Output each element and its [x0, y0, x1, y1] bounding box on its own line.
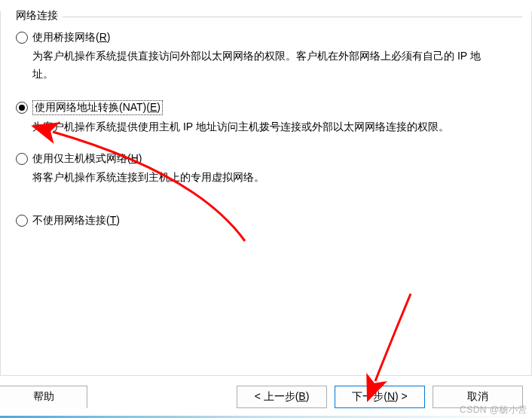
option-hostonly: 使用仅主机模式网络(H) 将客户机操作系统连接到主机上的专用虚拟网络。: [16, 152, 516, 187]
help-button[interactable]: 帮助: [0, 386, 87, 408]
back-button[interactable]: < 上一步(B): [237, 386, 327, 408]
watermark: CSDN @杨小营: [460, 404, 527, 416]
option-bridge: 使用桥接网络(R) 为客户机操作系统提供直接访问外部以太网网络的权限。客户机在外…: [16, 31, 516, 84]
radio-hostonly-label: 使用仅主机模式网络(H): [32, 152, 142, 166]
option-bridge-desc: 为客户机操作系统提供直接访问外部以太网网络的权限。客户机在外部网络上必须有自己的…: [32, 47, 500, 84]
network-group: 网络连接 使用桥接网络(R) 为客户机操作系统提供直接访问外部以太网网络的权限。…: [10, 11, 522, 227]
next-button[interactable]: 下一步(N) >: [335, 386, 425, 408]
radio-bridge-label: 使用桥接网络(R): [32, 31, 110, 44]
radio-bridge[interactable]: 使用桥接网络(R): [16, 31, 516, 44]
button-bar: 帮助 < 上一步(B) 下一步(N) > 取消: [0, 375, 532, 417]
radio-nat-label: 使用网络地址转换(NAT)(E): [32, 100, 163, 115]
option-hostonly-desc: 将客户机操作系统连接到主机上的专用虚拟网络。: [32, 169, 500, 187]
radio-nat[interactable]: 使用网络地址转换(NAT)(E): [16, 100, 516, 115]
radio-hostonly[interactable]: 使用仅主机模式网络(H): [16, 152, 516, 166]
option-nat-desc: 为客户机操作系统提供使用主机 IP 地址访问主机拨号连接或外部以太网网络连接的权…: [32, 118, 500, 136]
radio-icon: [16, 102, 28, 114]
radio-icon: [16, 32, 28, 44]
option-nat: 使用网络地址转换(NAT)(E) 为客户机操作系统提供使用主机 IP 地址访问主…: [16, 100, 516, 136]
group-separator: [63, 17, 522, 17]
network-panel: 网络连接 使用桥接网络(R) 为客户机操作系统提供直接访问外部以太网网络的权限。…: [0, 11, 532, 386]
options-container: 使用桥接网络(R) 为客户机操作系统提供直接访问外部以太网网络的权限。客户机在外…: [10, 17, 522, 227]
group-title: 网络连接: [13, 9, 61, 23]
radio-none-label: 不使用网络连接(T): [32, 214, 120, 227]
radio-icon: [16, 215, 28, 227]
radio-none[interactable]: 不使用网络连接(T): [16, 214, 516, 227]
option-none: 不使用网络连接(T): [16, 214, 516, 227]
radio-icon: [16, 153, 28, 165]
